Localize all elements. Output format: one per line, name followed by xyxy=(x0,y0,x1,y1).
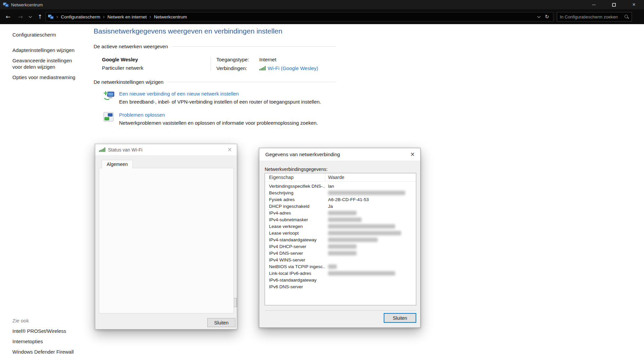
window-title: Netwerkcentrum xyxy=(11,2,43,7)
troubleshoot-description: Netwerkproblemen vaststellen en oplossen… xyxy=(119,120,318,126)
address-toolbar: ← → ↑ › Configuratiescherm › Netwerk en … xyxy=(0,9,644,24)
tab-algemeen[interactable]: Algemeen xyxy=(102,160,133,168)
table-row[interactable]: IPv4 DNS-server xyxy=(265,250,416,256)
table-row[interactable]: Lease verkregen xyxy=(265,223,416,230)
see-also-link[interactable]: Intel® PROSet/Wireless xyxy=(12,328,82,334)
back-button[interactable]: ← xyxy=(3,12,13,21)
breadcrumb-item[interactable]: Configuratiescherm xyxy=(61,14,100,19)
property-name: IPv4 DHCP-server xyxy=(265,244,325,249)
property-value xyxy=(325,191,416,195)
sidebar-task-link[interactable]: Adapterinstellingen wijzigen xyxy=(12,47,82,53)
wifi-close-button[interactable]: Sluiten xyxy=(207,318,235,327)
redacted-value xyxy=(328,244,357,249)
troubleshoot-item: Problemen oplossen Netwerkproblemen vast… xyxy=(103,111,336,126)
details-dialog-titlebar: Gegevens van netwerkverbinding xyxy=(259,148,420,161)
wifi-connection-link[interactable]: Wi-Fi (Google Wesley) xyxy=(268,65,318,71)
network-details-dialog: Gegevens van netwerkverbinding × Netwerk… xyxy=(259,148,421,328)
search-input[interactable] xyxy=(560,14,624,19)
search-box[interactable] xyxy=(557,12,632,21)
property-value xyxy=(325,218,416,222)
table-row[interactable]: Lease verloopt xyxy=(265,230,416,236)
table-row[interactable]: IPv4-standaardgateway xyxy=(265,236,416,243)
breadcrumb-item[interactable]: Netwerk en internet xyxy=(107,14,147,19)
property-value xyxy=(325,251,416,255)
sidebar-item-control-panel-home[interactable]: Configuratiescherm xyxy=(12,32,82,38)
setup-new-connection-item: Een nieuwe verbinding of een nieuw netwe… xyxy=(103,90,336,105)
redacted-value xyxy=(328,191,405,195)
property-name: DHCP ingeschakeld xyxy=(265,204,325,209)
wifi-dialog-titlebar: Status van Wi-Fi xyxy=(95,144,237,155)
property-name: IPv4-adres xyxy=(265,210,325,216)
property-value: A6-2B-CD-FF-41-53 xyxy=(325,197,416,202)
property-value xyxy=(325,264,416,269)
redacted-value xyxy=(328,218,362,222)
details-list-label: Netwerkverbindingsgegevens: xyxy=(265,167,328,172)
recent-locations-dropdown[interactable] xyxy=(26,12,34,21)
active-network-block: Google Wesley Particulier netwerk Toegan… xyxy=(102,57,336,71)
window-controls: × xyxy=(584,0,644,9)
network-location-icon xyxy=(48,14,54,19)
table-row[interactable]: NetBIOS via TCPIP ingesc... xyxy=(265,263,416,270)
property-value xyxy=(325,271,416,276)
up-button[interactable]: ↑ xyxy=(35,12,45,21)
section-rule xyxy=(172,46,336,47)
close-icon: × xyxy=(632,2,635,7)
table-row[interactable]: IPv6 DNS-server xyxy=(265,283,416,290)
wifi-dialog-close-icon[interactable]: × xyxy=(227,147,232,153)
table-rows: Verbindingsspecifiek DNS-... lan Beschri… xyxy=(265,182,416,290)
wifi-dialog-tab-page xyxy=(99,168,234,313)
property-name: Fysiek adres xyxy=(265,197,325,202)
troubleshoot-link[interactable]: Problemen oplossen xyxy=(119,112,318,118)
setup-new-connection-link[interactable]: Een nieuwe verbinding of een nieuw netwe… xyxy=(119,91,321,97)
sidebar-tasks: Adapterinstellingen wijzigen Geavanceerd… xyxy=(12,47,82,80)
change-settings-section-header: De netwerkinstellingen wijzigen xyxy=(94,79,336,85)
table-row[interactable]: IPv4-adres xyxy=(265,209,416,216)
redacted-value xyxy=(328,224,395,229)
table-row[interactable]: IPv4-subnetmasker xyxy=(265,216,416,223)
address-dropdown-button[interactable] xyxy=(538,16,540,17)
setup-new-connection-description: Een breedband-, inbel- of VPN-verbinding… xyxy=(119,99,321,105)
sidebar-task-link[interactable]: Geavanceerde instellingen voor delen wij… xyxy=(12,57,82,70)
see-also-link[interactable]: Windows Defender Firewall xyxy=(12,349,82,355)
table-row[interactable]: IPv6-standaardgateway xyxy=(265,277,416,283)
table-row[interactable]: Link-local IPv6-adres xyxy=(265,270,416,277)
property-name: Beschrijving xyxy=(265,190,325,195)
redacted-value xyxy=(328,238,378,242)
column-header-property[interactable]: Eigenschap xyxy=(265,173,325,181)
table-row[interactable]: DHCP ingeschakeld Ja xyxy=(265,203,416,209)
forward-button[interactable]: → xyxy=(15,12,25,21)
table-row[interactable]: Beschrijving xyxy=(265,189,416,196)
restore-icon xyxy=(612,3,616,7)
details-dialog-close-icon[interactable]: × xyxy=(410,152,415,157)
access-type-label: Toegangstype: xyxy=(216,57,259,62)
network-app-icon xyxy=(3,2,9,7)
breadcrumb[interactable]: › Configuratiescherm › Netwerk en intern… xyxy=(46,12,553,21)
see-also-link[interactable]: Internetopties xyxy=(12,338,82,345)
close-button[interactable]: × xyxy=(624,0,644,9)
property-name: IPv4-standaardgateway xyxy=(265,237,325,242)
breadcrumb-items: › Configuratiescherm › Netwerk en intern… xyxy=(54,14,187,19)
restore-button[interactable] xyxy=(604,0,624,9)
connections-label: Verbindingen: xyxy=(216,65,259,71)
access-type-value: Internet xyxy=(259,57,318,62)
details-close-button[interactable]: Sluiten xyxy=(384,313,416,323)
breadcrumb-item[interactable]: Netwerkcentrum xyxy=(154,14,187,19)
search-icon[interactable] xyxy=(624,14,629,19)
refresh-button[interactable]: ↻ xyxy=(545,14,549,20)
minimize-button[interactable] xyxy=(584,0,604,9)
sidebar-task-link[interactable]: Opties voor mediastreaming xyxy=(12,74,82,80)
redacted-value xyxy=(328,211,357,215)
table-row[interactable]: IPv4 WINS-server xyxy=(265,256,416,263)
table-row[interactable]: Verbindingsspecifiek DNS-... lan xyxy=(265,183,416,189)
table-row[interactable]: Fysiek adres A6-2B-CD-FF-41-53 xyxy=(265,196,416,203)
footer-separator xyxy=(265,310,416,311)
property-value xyxy=(325,224,416,229)
property-name: Verbindingsspecifiek DNS-... xyxy=(265,184,325,189)
breadcrumb-separator-icon: › xyxy=(149,14,151,19)
table-row[interactable]: IPv4 DHCP-server xyxy=(265,243,416,250)
section-rule xyxy=(167,82,336,82)
property-value xyxy=(325,244,416,249)
column-header-value[interactable]: Waarde xyxy=(325,175,344,180)
sidebar: Configuratiescherm Adapterinstellingen w… xyxy=(12,32,82,84)
breadcrumb-separator-icon: › xyxy=(103,14,105,19)
